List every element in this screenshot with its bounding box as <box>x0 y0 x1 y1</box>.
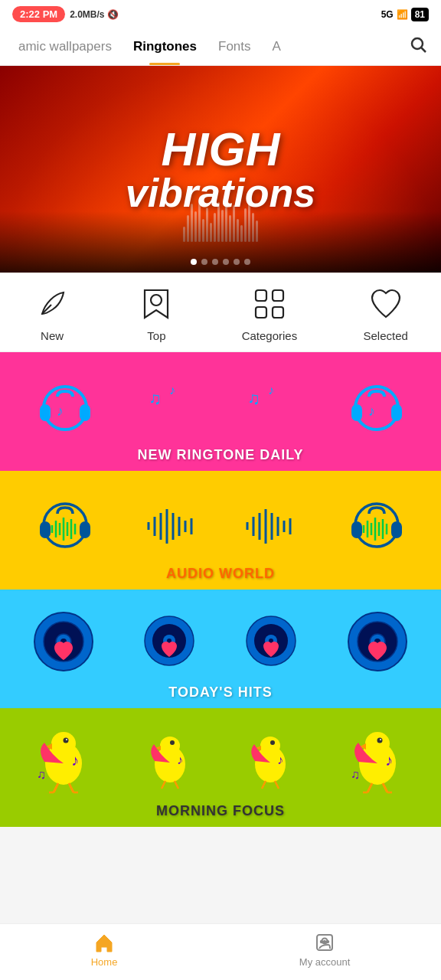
svg-point-92 <box>270 740 275 745</box>
svg-text:♪: ♪ <box>277 753 283 766</box>
cat-banner-new-ringtone[interactable]: ♪ ♫ ♪ ♫ ♪ ♪ NEW RINGTONE DAILY <box>0 352 441 471</box>
quick-nav-categories[interactable]: Categories <box>242 285 298 342</box>
svg-line-77 <box>69 783 74 792</box>
svg-text:♫: ♫ <box>37 768 46 781</box>
category-banners: ♪ ♫ ♪ ♫ ♪ ♪ NEW RINGTONE DAILY <box>0 352 441 827</box>
svg-line-94 <box>275 781 279 789</box>
dot-1[interactable] <box>191 259 197 265</box>
hero-banner: HIGH vibrations <box>0 66 441 273</box>
dot-3[interactable] <box>212 259 218 265</box>
bookmark-icon <box>137 285 175 323</box>
svg-text:♪: ♪ <box>368 403 375 419</box>
svg-text:♫: ♫ <box>351 768 360 781</box>
leaf-icon <box>33 285 71 323</box>
heart-icon <box>367 285 405 323</box>
tab-more[interactable]: A <box>262 28 292 65</box>
svg-rect-3 <box>256 290 266 301</box>
tab-wallpapers[interactable]: amic wallpapers <box>8 28 122 65</box>
status-bar: 2:22 PM 2.0MB/s 🔇 5G 📶 81 <box>0 0 441 28</box>
svg-point-75 <box>66 739 67 740</box>
svg-point-0 <box>412 38 423 49</box>
svg-text:♪: ♪ <box>385 752 393 769</box>
search-button[interactable] <box>403 29 433 64</box>
svg-line-76 <box>54 783 58 792</box>
cat-icons-pink: ♪ ♫ ♪ ♫ ♪ ♪ <box>0 362 441 462</box>
svg-line-1 <box>422 48 426 53</box>
cat-icons-yellow <box>0 481 441 580</box>
quick-nav-categories-label: Categories <box>242 329 298 342</box>
svg-line-87 <box>175 781 178 789</box>
bottom-nav-home-label: Home <box>91 956 118 968</box>
svg-rect-20 <box>40 521 51 538</box>
svg-point-99 <box>377 738 382 743</box>
dot-4[interactable] <box>223 259 229 265</box>
svg-point-83 <box>160 737 180 755</box>
svg-rect-47 <box>391 521 402 538</box>
svg-line-93 <box>262 781 266 789</box>
svg-point-74 <box>64 738 69 743</box>
status-data: 2.0MB/s 🔇 <box>70 9 119 20</box>
battery-indicator: 81 <box>411 8 429 21</box>
svg-rect-16 <box>351 404 362 421</box>
cat-banner-audio-world[interactable]: AUDIO WORLD <box>0 471 441 590</box>
dot-5[interactable] <box>234 259 240 265</box>
svg-rect-9 <box>80 404 90 421</box>
svg-rect-17 <box>391 404 402 421</box>
grid-icon <box>250 285 289 323</box>
svg-rect-6 <box>273 307 283 318</box>
quick-nav-new-label: New <box>41 329 64 342</box>
banner-line1: HIGH <box>126 126 316 173</box>
svg-text:♪: ♪ <box>57 403 64 419</box>
svg-rect-8 <box>40 404 51 421</box>
bottom-nav: Home My account <box>0 923 441 980</box>
cat-label-new-ringtone: NEW RINGTONE DAILY <box>137 447 303 463</box>
svg-point-110 <box>324 941 325 942</box>
status-left: 2:22 PM 2.0MB/s 🔇 <box>12 6 119 22</box>
svg-text:♫: ♫ <box>149 389 162 408</box>
svg-text:♪: ♪ <box>177 753 183 766</box>
quick-nav-new[interactable]: New <box>33 285 71 342</box>
banner-line2: vibrations <box>126 173 316 213</box>
svg-rect-46 <box>351 521 362 538</box>
svg-point-90 <box>260 737 280 755</box>
quick-nav: New Top Categories Selecte <box>0 273 441 352</box>
bottom-nav-account-label: My account <box>299 956 350 968</box>
cat-label-audio-world: AUDIO WORLD <box>166 566 275 582</box>
svg-point-109 <box>321 941 322 942</box>
dot-2[interactable] <box>201 259 207 265</box>
banner-pagination <box>191 259 250 265</box>
cat-banner-morning-focus[interactable]: ♪ ♫ ♪ ♪ <box>0 708 441 827</box>
cat-icons-cyan <box>0 600 441 698</box>
svg-text:♪: ♪ <box>71 752 79 769</box>
tab-ringtones[interactable]: Ringtones <box>122 28 207 65</box>
svg-point-2 <box>151 295 162 305</box>
svg-point-111 <box>327 941 328 942</box>
svg-point-100 <box>380 739 381 740</box>
tab-fonts[interactable]: Fonts <box>207 28 262 65</box>
svg-rect-4 <box>273 290 283 301</box>
quick-nav-selected-label: Selected <box>363 329 407 342</box>
bottom-nav-account[interactable]: My account <box>299 932 350 968</box>
svg-text:♫: ♫ <box>247 389 260 408</box>
svg-text:♪: ♪ <box>268 384 274 397</box>
bottom-nav-home[interactable]: Home <box>91 932 118 968</box>
cat-label-todays-hits: TODAY'S HITS <box>168 684 272 701</box>
quick-nav-top[interactable]: Top <box>137 285 175 342</box>
quick-nav-top-label: Top <box>147 329 165 342</box>
banner-text: HIGH vibrations <box>126 126 316 213</box>
quick-nav-selected[interactable]: Selected <box>363 285 407 342</box>
svg-rect-21 <box>80 521 90 538</box>
svg-point-85 <box>170 740 175 745</box>
cat-banner-todays-hits[interactable]: TODAY'S HITS <box>0 590 441 708</box>
svg-line-102 <box>383 783 387 792</box>
signal-icon: 📶 <box>397 9 408 20</box>
status-time: 2:22 PM <box>12 6 65 22</box>
dot-6[interactable] <box>244 259 250 265</box>
network-icon: 5G <box>381 9 394 20</box>
nav-tabs: amic wallpapers Ringtones Fonts A <box>0 28 441 66</box>
svg-line-101 <box>368 783 372 792</box>
svg-text:♪: ♪ <box>169 384 175 397</box>
cat-label-morning-focus: MORNING FOCUS <box>156 803 285 819</box>
svg-rect-5 <box>256 307 266 318</box>
svg-line-86 <box>162 781 165 789</box>
